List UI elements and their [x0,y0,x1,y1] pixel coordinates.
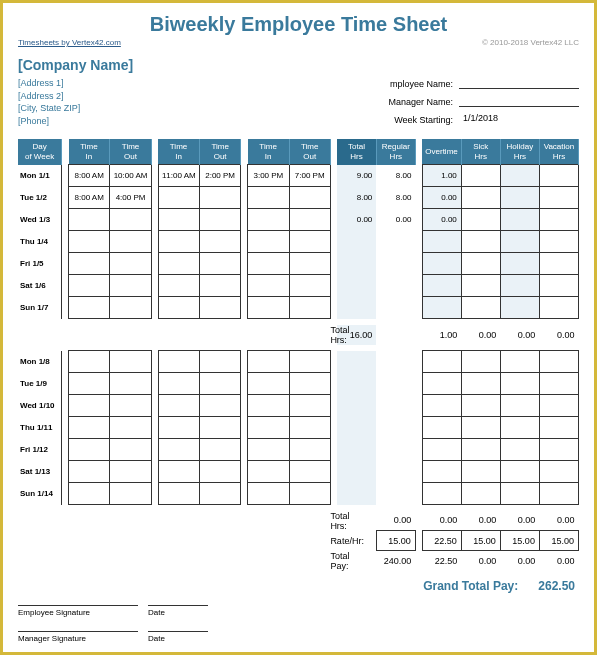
time-cell[interactable] [199,209,240,231]
time-cell[interactable] [199,483,240,505]
time-cell[interactable] [199,439,240,461]
time-cell [500,417,539,439]
col-header: VacationHrs [539,139,578,165]
time-cell[interactable]: 3:00 PM [248,165,289,187]
time-cell[interactable] [248,483,289,505]
total-value: 22.50 [422,531,461,551]
manager-date-line[interactable]: Date [148,631,208,643]
week-starting-value[interactable]: 1/1/2018 [459,113,579,125]
time-cell[interactable] [289,187,330,209]
time-cell[interactable] [199,395,240,417]
time-cell[interactable] [110,483,151,505]
time-cell[interactable]: 2:00 PM [199,165,240,187]
manager-signature-line[interactable]: Manager Signature [18,631,138,643]
time-cell[interactable]: 8:00 AM [69,187,110,209]
employee-signature-line[interactable]: Employee Signature [18,605,138,617]
time-cell[interactable] [110,209,151,231]
time-cell[interactable]: 8:00 AM [69,165,110,187]
time-cell[interactable] [69,373,110,395]
table-row: Tue 1/28:00 AM4:00 PM8.008.000.00 [18,187,579,209]
manager-name-input[interactable] [459,95,579,107]
time-cell[interactable] [248,439,289,461]
time-cell[interactable] [199,231,240,253]
time-cell[interactable] [110,417,151,439]
time-cell[interactable] [158,209,199,231]
time-cell[interactable] [289,439,330,461]
time-cell[interactable] [289,351,330,373]
time-cell[interactable] [69,209,110,231]
time-cell[interactable]: 7:00 PM [289,165,330,187]
time-cell[interactable] [69,417,110,439]
time-cell[interactable] [289,483,330,505]
time-cell[interactable] [199,373,240,395]
time-cell[interactable] [199,417,240,439]
time-cell[interactable] [110,231,151,253]
time-cell[interactable] [158,483,199,505]
time-cell[interactable] [248,395,289,417]
time-cell[interactable] [110,275,151,297]
time-cell[interactable] [110,351,151,373]
time-cell[interactable] [199,461,240,483]
time-cell: 8.00 [337,187,376,209]
time-cell[interactable] [158,439,199,461]
time-cell[interactable] [289,231,330,253]
total-value [376,325,415,345]
time-cell[interactable]: 4:00 PM [110,187,151,209]
vertex-link[interactable]: Timesheets by Vertex42.com [18,38,121,47]
time-cell[interactable] [248,461,289,483]
time-cell[interactable] [248,351,289,373]
time-cell[interactable] [199,275,240,297]
time-cell[interactable] [248,209,289,231]
time-cell[interactable] [69,297,110,319]
time-cell[interactable] [110,297,151,319]
time-cell[interactable] [158,275,199,297]
time-cell[interactable] [158,253,199,275]
time-cell[interactable] [158,187,199,209]
time-cell[interactable] [289,461,330,483]
employee-date-line[interactable]: Date [148,605,208,617]
time-cell[interactable] [248,417,289,439]
time-cell[interactable] [248,373,289,395]
time-cell[interactable] [199,187,240,209]
time-cell[interactable] [158,373,199,395]
time-cell [337,439,376,461]
time-cell[interactable] [158,351,199,373]
time-cell[interactable] [289,373,330,395]
employee-name-input[interactable] [459,77,579,89]
time-cell[interactable] [110,253,151,275]
time-cell[interactable] [199,351,240,373]
time-cell[interactable] [158,297,199,319]
time-cell[interactable] [289,297,330,319]
time-cell[interactable] [248,231,289,253]
time-cell[interactable]: 10:00 AM [110,165,151,187]
time-cell[interactable] [289,275,330,297]
time-cell[interactable] [69,395,110,417]
time-cell [422,439,461,461]
time-cell[interactable] [69,351,110,373]
time-cell[interactable] [248,275,289,297]
time-cell[interactable] [158,231,199,253]
time-cell[interactable] [110,461,151,483]
time-cell[interactable] [289,209,330,231]
time-cell[interactable]: 11:00 AM [158,165,199,187]
time-cell[interactable] [289,253,330,275]
time-cell[interactable] [289,417,330,439]
time-cell[interactable] [289,395,330,417]
time-cell[interactable] [110,395,151,417]
time-cell[interactable] [158,395,199,417]
time-cell[interactable] [69,439,110,461]
time-cell[interactable] [199,297,240,319]
time-cell[interactable] [69,461,110,483]
time-cell[interactable] [158,461,199,483]
time-cell[interactable] [110,373,151,395]
time-cell[interactable] [248,253,289,275]
time-cell[interactable] [158,417,199,439]
time-cell[interactable] [69,483,110,505]
time-cell[interactable] [69,231,110,253]
time-cell[interactable] [248,187,289,209]
time-cell[interactable] [69,275,110,297]
time-cell[interactable] [248,297,289,319]
time-cell[interactable] [110,439,151,461]
time-cell[interactable] [69,253,110,275]
time-cell[interactable] [199,253,240,275]
